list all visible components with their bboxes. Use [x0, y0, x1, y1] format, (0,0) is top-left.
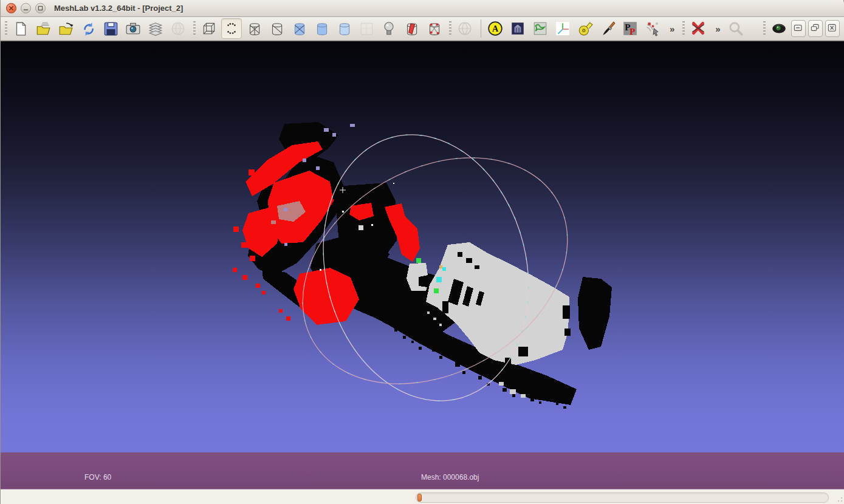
minimize-icon [21, 4, 30, 13]
render-bbox-icon [201, 21, 217, 36]
render-lighting-icon [381, 21, 397, 36]
show-axes-button[interactable] [552, 18, 573, 39]
window-maximize-button[interactable] [35, 3, 46, 13]
toolbar-handle[interactable] [682, 21, 685, 36]
main-toolbar: APP»» [1, 17, 844, 41]
pp-red-glyph: P [630, 26, 635, 36]
mdi-close-button[interactable] [825, 20, 840, 37]
background-image-button[interactable] [507, 18, 528, 39]
mdi-close-icon [826, 22, 839, 35]
toolbar-separator [481, 19, 481, 38]
render-lighting-button[interactable] [379, 18, 399, 39]
text-annotation-icon: A [487, 21, 503, 36]
mesh-name-readout: Mesh: 000068.obj [421, 473, 479, 482]
toolbar-overflow[interactable]: » [715, 24, 720, 34]
show-raster-icon [170, 21, 186, 36]
reload-mesh-icon [80, 21, 96, 36]
mesh-stats: Mesh: 000068.obj Vertices: 65536 Faces: … [421, 455, 479, 489]
background-image-icon [510, 21, 526, 36]
window-minimize-button[interactable] [21, 3, 31, 13]
toolbar-overflow[interactable]: » [670, 24, 674, 34]
measure-tool-button[interactable] [575, 18, 595, 39]
export-mesh-icon [103, 21, 118, 36]
export-mesh-button[interactable] [100, 18, 121, 39]
render-flat-icon [314, 21, 329, 36]
render-bbox-button[interactable] [199, 18, 219, 39]
toolbar-handle[interactable] [5, 21, 7, 36]
annotation-a-glyph: A [492, 24, 499, 33]
status-bar: FOV: 60 FPS: 129.9 Mesh: 000068.obj Vert… [1, 452, 844, 489]
progress-value [417, 494, 422, 502]
search-icon [728, 21, 744, 36]
toolbar-handle[interactable] [193, 21, 196, 36]
toolbar-handle[interactable] [449, 21, 451, 36]
window-close-button[interactable] [6, 3, 16, 13]
render-smooth-button[interactable] [334, 18, 354, 39]
show-current-mesh-icon [771, 21, 787, 36]
reload-mesh-button[interactable] [78, 18, 98, 39]
render-hidden-lines-icon [269, 21, 284, 36]
mdi-restore-icon [809, 22, 822, 35]
render-smooth-icon [336, 21, 352, 36]
show-current-mesh-button[interactable] [769, 18, 789, 39]
pickpoints-plugin-icon: PP [622, 21, 638, 36]
pickpoints-plugin-button[interactable]: PP [620, 18, 640, 39]
select-faces-button[interactable] [401, 18, 422, 39]
select-vertices-button[interactable] [424, 18, 444, 39]
paint-tool-button[interactable] [597, 18, 618, 39]
show-layer-dialog-icon [148, 21, 163, 36]
maximize-icon [36, 4, 45, 13]
search-button[interactable] [726, 18, 746, 39]
picked-points-icon [645, 21, 660, 36]
camera-stats: FOV: 60 FPS: 129.9 [84, 455, 123, 489]
show-trackball-button[interactable] [455, 18, 475, 39]
mdi-restore-button[interactable] [808, 20, 823, 37]
render-flat-lines-icon [291, 21, 307, 36]
render-flat-lines-button[interactable] [289, 18, 309, 39]
new-project-button[interactable] [10, 18, 31, 39]
text-annotation-button[interactable]: A [485, 18, 506, 39]
fov-readout: FOV: 60 [84, 473, 123, 482]
environment-map-button[interactable] [530, 18, 551, 39]
select-vertices-icon [426, 21, 442, 36]
delete-mesh-button[interactable] [688, 18, 708, 39]
show-trackball-icon [457, 21, 473, 36]
import-mesh-button[interactable] [55, 18, 76, 39]
window-title: MeshLab v1.3.2_64bit - [Project_2] [54, 4, 183, 13]
environment-map-icon [532, 21, 548, 36]
render-texture-icon [359, 21, 374, 36]
new-project-icon [13, 21, 29, 36]
measure-tool-icon [577, 21, 593, 36]
show-raster-button[interactable] [168, 18, 188, 39]
open-project-button[interactable] [33, 18, 53, 39]
show-axes-icon [555, 21, 571, 36]
render-flat-button[interactable] [311, 18, 332, 39]
render-wireframe-icon [246, 21, 262, 36]
render-hidden-lines-button[interactable] [266, 18, 287, 39]
point-cloud-black [248, 122, 612, 409]
viewport[interactable] [1, 41, 844, 452]
snapshot-button[interactable] [123, 18, 143, 39]
viewport-canvas[interactable] [1, 41, 844, 453]
progress-bar [416, 492, 829, 503]
toolbar-handle[interactable] [763, 21, 766, 36]
render-texture-button[interactable] [356, 18, 377, 39]
render-points-icon [224, 21, 239, 36]
resize-grip[interactable] [835, 494, 842, 502]
mdi-minimize-icon [792, 22, 805, 35]
render-wireframe-button[interactable] [244, 18, 264, 39]
paint-tool-icon [600, 21, 616, 36]
show-layer-dialog-button[interactable] [145, 18, 166, 39]
title-bar: MeshLab v1.3.2_64bit - [Project_2] [1, 0, 844, 17]
select-faces-icon [403, 21, 419, 36]
close-icon [7, 4, 16, 13]
snapshot-icon [125, 21, 141, 36]
render-points-button[interactable] [221, 18, 242, 39]
bottom-status-bar [1, 489, 844, 504]
meshlab-window: MeshLab v1.3.2_64bit - [Project_2] APP»» [0, 0, 844, 504]
open-project-icon [35, 21, 51, 36]
import-mesh-icon [58, 21, 74, 36]
mdi-minimize-button[interactable] [791, 20, 806, 37]
picked-points-button[interactable] [642, 18, 663, 39]
delete-mesh-icon [690, 21, 706, 36]
